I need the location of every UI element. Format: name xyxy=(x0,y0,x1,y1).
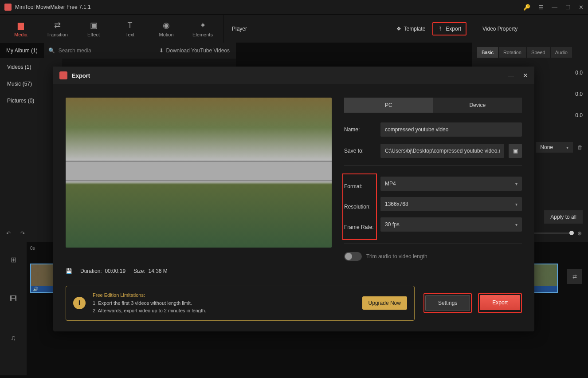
album-tab[interactable]: My Album (1) xyxy=(0,43,44,58)
tab-elements[interactable]: ✦ Elements xyxy=(184,15,221,43)
tab-media-label: Media xyxy=(14,32,27,37)
player-label: Player xyxy=(232,26,247,32)
download-youtube-label: Download YouTube Videos xyxy=(166,47,230,54)
dialog-logo-icon xyxy=(59,71,67,79)
tab-text[interactable]: T Text xyxy=(112,15,148,43)
search-icon: 🔍 xyxy=(48,47,55,54)
duration-value: 00:00:19 xyxy=(105,268,125,274)
info-icon: i xyxy=(73,297,86,309)
tab-media[interactable]: ▆ Media xyxy=(3,15,39,43)
trim-audio-label: Trim audio to video length xyxy=(366,253,427,260)
ruler-zero: 0s xyxy=(30,246,35,251)
duration-label: Duration: xyxy=(80,268,102,274)
resolution-label: Resolution: xyxy=(344,204,371,210)
app-title: MiniTool MovieMaker Free 7.1.1 xyxy=(15,4,523,10)
folder-icon: ▆ xyxy=(18,20,24,30)
zoom-fit-icon[interactable]: ⊕ xyxy=(577,230,582,236)
framerate-select[interactable]: 30 fps ▾ xyxy=(380,217,522,232)
speaker-icon: 🔊 xyxy=(31,287,38,291)
upload-icon: ⭱ xyxy=(438,26,443,32)
export-tab-device[interactable]: Device xyxy=(433,98,522,113)
format-value: MP4 xyxy=(385,181,396,187)
modal-export-button[interactable]: Export xyxy=(480,295,520,310)
audio-track-icon: ♫ xyxy=(11,334,16,342)
main-toolbar: ▆ Media ⇄ Transition ▣ Effect T Text ◉ M… xyxy=(0,15,588,43)
upgrade-now-button[interactable]: Upgrade Now xyxy=(362,296,407,310)
menu-icon[interactable]: ☰ xyxy=(538,4,544,11)
key-icon[interactable]: 🔑 xyxy=(523,4,530,11)
prop-tab-audio[interactable]: Audio xyxy=(551,47,572,58)
apply-to-all-button[interactable]: Apply to all xyxy=(544,210,583,224)
minimize-icon[interactable]: — xyxy=(552,4,557,11)
tab-motion[interactable]: ◉ Motion xyxy=(148,15,184,43)
save-icon: 💾 xyxy=(66,268,72,274)
close-icon[interactable]: ✕ xyxy=(579,4,584,11)
video-property-label: Video Property xyxy=(482,26,517,32)
timeline-track-icons: ⊞ 🎞 ♫ xyxy=(0,242,27,375)
prop-tab-rotation[interactable]: Rotation xyxy=(499,47,526,58)
template-label: Template xyxy=(404,26,426,32)
zoom-slider[interactable] xyxy=(529,232,574,234)
tab-effect[interactable]: ▣ Effect xyxy=(75,15,112,43)
transition-icon: ⇄ xyxy=(54,20,61,30)
app-logo-icon xyxy=(4,4,12,11)
limitations-line2: 2. Afterwards, export video up to 2 minu… xyxy=(93,307,355,315)
prop-value-2: 0.0 xyxy=(575,112,583,118)
trash-icon[interactable]: 🗑 xyxy=(577,144,583,150)
download-icon: ⬇ xyxy=(159,47,164,54)
prop-value-0: 0.0 xyxy=(575,70,583,76)
name-input[interactable] xyxy=(380,122,522,137)
browse-button[interactable]: ▣ xyxy=(509,144,522,158)
swap-icon: ⇄ xyxy=(572,273,577,280)
undo-icon[interactable]: ↶ xyxy=(6,230,11,236)
text-icon: T xyxy=(128,21,133,30)
prop-tab-basic[interactable]: Basic xyxy=(477,47,498,58)
download-youtube-button[interactable]: ⬇ Download YouTube Videos xyxy=(159,47,236,54)
maximize-icon[interactable]: ☐ xyxy=(565,4,571,11)
export-label: Export xyxy=(446,26,461,32)
size-label: Size: xyxy=(133,268,145,274)
chevron-down-icon: ▾ xyxy=(515,202,517,207)
tab-transition[interactable]: ⇄ Transition xyxy=(39,15,75,43)
trim-audio-toggle[interactable] xyxy=(344,252,362,261)
title-bar: MiniTool MovieMaker Free 7.1.1 🔑 ☰ — ☐ ✕ xyxy=(0,0,588,14)
elements-icon: ✦ xyxy=(200,20,206,30)
export-dialog: Export — ✕ PC Device Name: Save to: ▣ xyxy=(53,67,534,331)
prop-tab-speed[interactable]: Speed xyxy=(527,47,550,58)
folder-open-icon: ▣ xyxy=(513,148,518,154)
format-label: Format: xyxy=(344,183,362,189)
chevron-down-icon: ▾ xyxy=(566,145,568,150)
effect-icon: ▣ xyxy=(90,20,98,30)
dialog-title: Export xyxy=(72,72,90,79)
layers-icon: ❖ xyxy=(396,26,401,32)
dialog-close-icon[interactable]: ✕ xyxy=(523,72,528,79)
redo-icon[interactable]: ↷ xyxy=(20,230,25,236)
template-button[interactable]: ❖ Template xyxy=(396,26,426,32)
tab-motion-label: Motion xyxy=(159,32,173,37)
export-button[interactable]: ⭱ Export xyxy=(432,22,466,35)
format-select[interactable]: MP4 ▾ xyxy=(380,177,522,191)
framerate-value: 30 fps xyxy=(385,221,400,228)
none-label: None xyxy=(540,144,553,150)
resolution-value: 1366x768 xyxy=(385,201,408,207)
size-value: 14.36 M xyxy=(148,268,167,274)
tab-text-label: Text xyxy=(125,32,134,37)
export-preview xyxy=(66,98,332,248)
tab-effect-label: Effect xyxy=(87,32,100,37)
tab-transition-label: Transition xyxy=(47,32,68,37)
framerate-label: Frame Rate: xyxy=(344,224,374,230)
export-form: PC Device Name: Save to: ▣ Format: Resol… xyxy=(344,98,522,261)
settings-button[interactable]: Settings xyxy=(425,295,470,311)
swap-button[interactable]: ⇄ xyxy=(567,269,582,284)
dialog-minimize-icon[interactable]: — xyxy=(508,72,514,79)
limitations-banner: i Free Edition Limitations: 1. Export th… xyxy=(66,286,415,321)
video-track-icon: 🎞 xyxy=(10,295,17,303)
none-select[interactable]: None ▾ xyxy=(536,142,573,153)
export-tab-pc[interactable]: PC xyxy=(344,98,433,113)
add-clip-icon[interactable]: ⊞ xyxy=(11,256,16,264)
chevron-down-icon: ▾ xyxy=(515,222,517,227)
name-label: Name: xyxy=(344,126,376,133)
search-input[interactable] xyxy=(59,46,159,55)
saveto-input[interactable] xyxy=(380,144,504,158)
resolution-select[interactable]: 1366x768 ▾ xyxy=(380,197,522,211)
